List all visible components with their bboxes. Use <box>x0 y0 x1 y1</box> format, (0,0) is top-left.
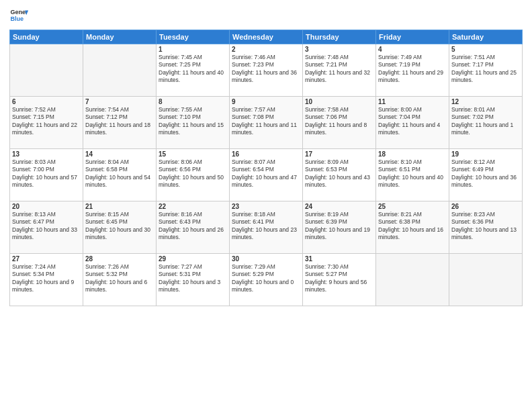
day-info: Sunrise: 8:15 AMSunset: 6:45 PMDaylight:… <box>85 211 154 242</box>
sunrise: Sunrise: 7:55 AM <box>159 106 202 113</box>
calendar-cell: 4Sunrise: 7:49 AMSunset: 7:19 PMDaylight… <box>376 44 449 97</box>
day-info: Sunrise: 7:58 AMSunset: 7:06 PMDaylight:… <box>305 106 373 137</box>
daylight: Daylight: 10 hours and 50 minutes. <box>159 174 224 188</box>
day-number: 6 <box>12 98 81 105</box>
sunrise: Sunrise: 8:16 AM <box>159 211 202 218</box>
day-info: Sunrise: 8:06 AMSunset: 6:56 PMDaylight:… <box>159 158 227 189</box>
day-number: 28 <box>85 255 154 263</box>
header: General Blue <box>9 7 523 26</box>
sunset: Sunset: 6:58 PM <box>85 166 128 173</box>
sunset: Sunset: 5:34 PM <box>12 271 54 277</box>
svg-text:Blue: Blue <box>10 15 24 22</box>
calendar-cell <box>449 254 523 306</box>
day-number: 15 <box>159 150 227 158</box>
calendar-cell: 18Sunrise: 8:10 AMSunset: 6:51 PMDayligh… <box>376 149 449 201</box>
sunrise: Sunrise: 8:09 AM <box>305 158 349 165</box>
calendar-cell: 21Sunrise: 8:15 AMSunset: 6:45 PMDayligh… <box>83 201 157 254</box>
day-info: Sunrise: 8:03 AMSunset: 7:00 PMDaylight:… <box>12 158 81 189</box>
daylight: Daylight: 11 hours and 29 minutes. <box>378 69 443 83</box>
daylight: Daylight: 11 hours and 4 minutes. <box>378 122 440 136</box>
sunset: Sunset: 6:47 PM <box>12 218 54 225</box>
sunrise: Sunrise: 7:27 AM <box>159 263 202 270</box>
calendar-cell: 15Sunrise: 8:06 AMSunset: 6:56 PMDayligh… <box>157 149 230 201</box>
calendar-cell: 30Sunrise: 7:29 AMSunset: 5:29 PMDayligh… <box>230 254 303 306</box>
sunrise: Sunrise: 7:24 AM <box>12 263 56 270</box>
sunset: Sunset: 7:19 PM <box>378 61 420 68</box>
day-number: 21 <box>85 203 154 210</box>
weekday-header-tuesday: Tuesday <box>157 30 230 44</box>
sunset: Sunset: 7:25 PM <box>159 61 201 68</box>
day-info: Sunrise: 7:24 AMSunset: 5:34 PMDaylight:… <box>12 263 81 294</box>
sunset: Sunset: 7:23 PM <box>232 61 274 68</box>
day-info: Sunrise: 8:04 AMSunset: 6:58 PMDaylight:… <box>85 158 154 189</box>
sunset: Sunset: 7:08 PM <box>232 113 274 120</box>
day-info: Sunrise: 8:19 AMSunset: 6:39 PMDaylight:… <box>305 211 373 242</box>
day-number: 22 <box>159 203 227 210</box>
day-info: Sunrise: 7:54 AMSunset: 7:12 PMDaylight:… <box>85 106 154 137</box>
sunrise: Sunrise: 8:04 AM <box>85 158 129 165</box>
calendar-cell: 12Sunrise: 8:01 AMSunset: 7:02 PMDayligh… <box>449 97 523 149</box>
daylight: Daylight: 11 hours and 1 minute. <box>451 122 513 136</box>
sunset: Sunset: 6:56 PM <box>159 166 201 173</box>
sunrise: Sunrise: 8:03 AM <box>12 158 56 165</box>
sunrise: Sunrise: 7:54 AM <box>85 106 129 113</box>
daylight: Daylight: 11 hours and 11 minutes. <box>232 122 297 136</box>
weekday-header-sunday: Sunday <box>10 30 83 44</box>
day-number: 30 <box>232 255 300 263</box>
daylight: Daylight: 11 hours and 22 minutes. <box>12 122 77 136</box>
sunrise: Sunrise: 8:01 AM <box>451 106 495 113</box>
sunset: Sunset: 7:15 PM <box>12 113 54 120</box>
day-info: Sunrise: 8:18 AMSunset: 6:41 PMDaylight:… <box>232 211 300 242</box>
day-number: 12 <box>451 98 520 105</box>
calendar-cell: 10Sunrise: 7:58 AMSunset: 7:06 PMDayligh… <box>303 97 376 149</box>
calendar-table: SundayMondayTuesdayWednesdayThursdayFrid… <box>9 30 523 306</box>
sunrise: Sunrise: 8:12 AM <box>451 158 495 165</box>
calendar-cell <box>376 254 449 306</box>
daylight: Daylight: 10 hours and 57 minutes. <box>12 174 77 188</box>
day-info: Sunrise: 8:10 AMSunset: 6:51 PMDaylight:… <box>378 158 447 189</box>
sunrise: Sunrise: 8:15 AM <box>85 211 129 218</box>
sunrise: Sunrise: 8:13 AM <box>12 211 56 218</box>
calendar-cell: 9Sunrise: 7:57 AMSunset: 7:08 PMDaylight… <box>230 97 303 149</box>
daylight: Daylight: 10 hours and 16 minutes. <box>378 226 443 240</box>
sunrise: Sunrise: 7:57 AM <box>232 106 275 113</box>
calendar-cell: 2Sunrise: 7:46 AMSunset: 7:23 PMDaylight… <box>230 44 303 97</box>
sunrise: Sunrise: 7:45 AM <box>159 54 202 60</box>
day-info: Sunrise: 7:27 AMSunset: 5:31 PMDaylight:… <box>159 263 227 294</box>
sunrise: Sunrise: 7:29 AM <box>232 263 275 270</box>
sunset: Sunset: 7:17 PM <box>451 61 494 68</box>
day-number: 25 <box>378 203 447 210</box>
day-info: Sunrise: 7:52 AMSunset: 7:15 PMDaylight:… <box>12 106 81 137</box>
daylight: Daylight: 10 hours and 3 minutes. <box>159 279 220 293</box>
day-info: Sunrise: 8:23 AMSunset: 6:36 PMDaylight:… <box>451 211 520 242</box>
weekday-header-friday: Friday <box>376 30 449 44</box>
day-info: Sunrise: 7:55 AMSunset: 7:10 PMDaylight:… <box>159 106 227 137</box>
day-info: Sunrise: 8:21 AMSunset: 6:38 PMDaylight:… <box>378 211 447 242</box>
calendar-cell: 13Sunrise: 8:03 AMSunset: 7:00 PMDayligh… <box>10 149 83 201</box>
daylight: Daylight: 10 hours and 19 minutes. <box>305 226 370 240</box>
weekday-header-thursday: Thursday <box>303 30 376 44</box>
sunrise: Sunrise: 8:06 AM <box>159 158 202 165</box>
sunset: Sunset: 7:02 PM <box>451 113 494 120</box>
daylight: Daylight: 10 hours and 26 minutes. <box>159 226 224 240</box>
weekday-header-monday: Monday <box>83 30 157 44</box>
calendar-cell: 19Sunrise: 8:12 AMSunset: 6:49 PMDayligh… <box>449 149 523 201</box>
sunrise: Sunrise: 7:26 AM <box>85 263 129 270</box>
daylight: Daylight: 10 hours and 33 minutes. <box>12 226 77 240</box>
daylight: Daylight: 10 hours and 9 minutes. <box>12 279 74 293</box>
daylight: Daylight: 10 hours and 23 minutes. <box>232 226 297 240</box>
sunset: Sunset: 7:00 PM <box>12 166 54 173</box>
daylight: Daylight: 11 hours and 8 minutes. <box>305 122 367 136</box>
calendar-cell: 25Sunrise: 8:21 AMSunset: 6:38 PMDayligh… <box>376 201 449 254</box>
daylight: Daylight: 11 hours and 15 minutes. <box>159 122 224 136</box>
sunset: Sunset: 6:54 PM <box>232 166 274 173</box>
daylight: Daylight: 11 hours and 36 minutes. <box>232 69 297 83</box>
daylight: Daylight: 10 hours and 13 minutes. <box>451 226 517 240</box>
sunset: Sunset: 6:53 PM <box>305 166 347 173</box>
sunrise: Sunrise: 8:10 AM <box>378 158 422 165</box>
calendar-cell: 23Sunrise: 8:18 AMSunset: 6:41 PMDayligh… <box>230 201 303 254</box>
sunset: Sunset: 7:21 PM <box>305 61 347 68</box>
day-number: 17 <box>305 150 373 158</box>
day-number: 11 <box>378 98 447 105</box>
daylight: Daylight: 10 hours and 30 minutes. <box>85 226 150 240</box>
